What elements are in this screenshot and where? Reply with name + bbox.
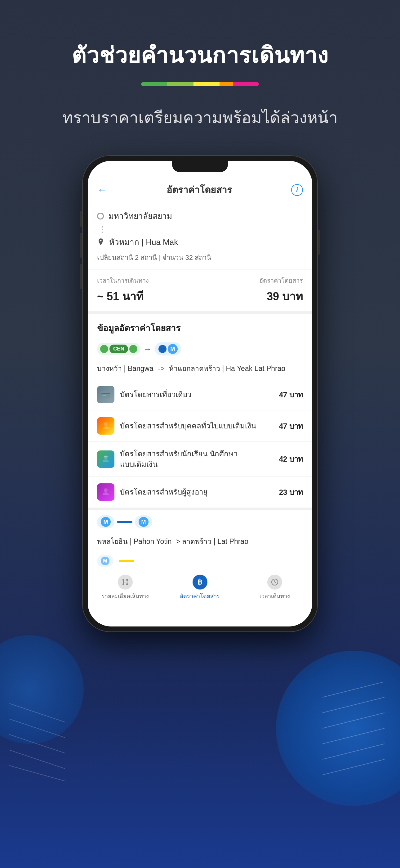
svg-point-23 [123,583,124,585]
bottom-nav: รายละเอียดเส้นทาง ฿ อัตราค่าโดยสาร [88,570,312,607]
travel-time-icon [267,575,282,590]
page-sub-title: ทราบราคาเตรียมความพร้อมได้ล่วงหน้า [62,104,338,130]
route-dots [100,226,103,233]
segment1-from: บางหว้า | Bangwa [97,365,154,373]
svg-line-4 [323,744,385,760]
segment2-pills: M M [97,515,303,528]
destination-text: หัวหมาก | Hua Mak [109,236,178,248]
bg-lines-decor [323,682,385,775]
color-bar-orange [220,82,233,86]
fare-icon: ฿ [193,575,207,590]
ticket-price-elder: 23 บาท [279,486,303,498]
segment2-area: M M [88,510,312,533]
phone-button-left-1 [80,211,82,227]
fare-label: อัตราค่าโดยสาร [259,276,303,286]
svg-point-18 [123,579,124,581]
svg-line-27 [275,582,276,583]
segment1-route-arrow: -> [158,365,166,373]
svg-rect-12 [101,393,110,394]
phone-button-left-3 [80,264,82,289]
phone-screen-container: ← อัตราค่าโดยสาร i มหาวิทยาลัยสยาม [88,161,312,626]
svg-point-17 [104,488,108,492]
ticket-list: บัตรโดยสารเที่ยวเดียว 47 บาท บ [88,379,312,508]
mrt-m-badge: M [168,344,178,354]
ticket-name-single: บัตรโดยสารเที่ยวเดียว [120,389,273,400]
svg-line-3 [323,728,385,744]
nav-item-route-detail[interactable]: รายละเอียดเส้นทาง [88,575,163,600]
bts-circle-right [129,345,137,353]
fare-block: อัตราค่าโดยสาร 39 บาท [259,276,303,305]
mrt-m-badge-2: M [139,517,148,527]
back-button[interactable]: ← [97,184,107,195]
ticket-name-student: บัตรโดยสารสำหรับนักเรียน นักศึกษา แบบเติ… [120,448,273,469]
destination-pin-icon [97,238,104,247]
color-bar-pink [233,82,259,86]
segment1-arrow: → [143,344,152,354]
segment2-from: พหลโยธิน | Pahon Yotin [97,537,172,546]
route-detail-svg-icon [121,578,129,586]
ticket-icon-student [97,451,114,468]
mrt-pill-1: M [97,515,114,528]
ticket-item-elder: บัตรโดยสารสำหรับผู้สูงอายุ 23 บาท [88,476,312,508]
svg-point-15 [104,456,108,459]
origin-text: มหาวิทยาลัยสยาม [108,210,172,222]
content-wrapper: ตัวช่วยคำนวนการเดินทาง ทราบราคาเตรียมควา… [0,0,400,632]
svg-rect-11 [101,392,110,398]
svg-line-10 [9,766,65,781]
partial-pill: M [97,555,113,567]
single-ticket-icon [100,389,111,400]
bts-toggle-pill: CEN [97,343,140,355]
phone-button-right [318,230,320,254]
route-section: มหาวิทยาลัยสยาม หัวหมาก | Hua Mak [88,203,312,270]
segment2-route-label: พหลโยธิน | Pahon Yotin -> ลาดพร้าว | Lat… [88,533,312,552]
svg-line-8 [9,735,65,753]
segment2-connector [117,521,132,523]
svg-line-2 [323,713,385,728]
origin-row: มหาวิทยาลัยสยาม [97,210,303,222]
fare-section-title: ข้อมูลอัตราค่าโดยสาร [88,314,312,340]
info-button[interactable]: i [291,184,303,196]
color-bar [141,82,259,86]
svg-line-0 [323,682,385,697]
color-bar-yellow [194,82,220,86]
bg-lines-decor-left [9,704,65,781]
svg-point-19 [126,579,128,581]
nav-item-fare[interactable]: ฿ อัตราค่าโดยสาร [163,575,237,600]
phone-notch [172,161,228,172]
svg-rect-13 [103,395,106,396]
ticket-item-adult: บัตรโดยสารสำหรับบุคคลทั่วไปแบบเติมเงิน 4… [88,410,312,442]
partial-yellow-bar [119,560,134,562]
cen-label: CEN [109,345,128,353]
segment2-arrow: -> [174,537,182,546]
svg-line-7 [9,719,65,738]
phone-outer: ← อัตราค่าโดยสาร i มหาวิทยาลัยสยาม [82,155,318,632]
ticket-price-single: 47 บาท [279,389,303,401]
segment1-to: ห้าแยกลาดพร้าว | Ha Yeak Lat Phrao [169,365,286,373]
destination-row: หัวหมาก | Hua Mak [97,236,303,248]
nav-item-travel-time[interactable]: เวลาเดินทาง [237,575,312,600]
adult-ticket-icon [100,420,111,432]
ticket-price-adult: 47 บาท [279,420,303,432]
segment1-route-label: บางหว้า | Bangwa -> ห้าแยกลาดพร้าว | Ha … [88,361,312,379]
time-label: เวลาในการเดินทาง [97,276,149,286]
info-icon: i [296,186,298,193]
phone-screen: ← อัตราค่าโดยสาร i มหาวิทยาลัยสยาม [88,161,312,626]
nav-label-travel-time: เวลาเดินทาง [260,591,290,600]
svg-line-9 [9,750,65,769]
student-ticket-icon [100,454,111,465]
phone-button-left-2 [80,233,82,258]
color-bar-green [141,82,167,86]
ticket-item-single: บัตรโดยสารเที่ยวเดียว 47 บาท [88,379,312,410]
mrt-m-badge-1: M [101,517,111,527]
ticket-name-adult: บัตรโดยสารสำหรับบุคคลทั่วไปแบบเติมเงิน [120,421,273,431]
stats-row: เวลาในการเดินทาง ~ 51 นาที อัตราค่าโดยสา… [88,270,312,314]
svg-point-24 [126,583,128,585]
route-detail-icon [118,575,133,590]
phone-mockup: ← อัตราค่าโดยสาร i มหาวิทยาลัยสยาม [82,155,318,632]
segment2-to: ลาดพร้าว | Lat Phrao [182,537,248,546]
origin-dot [97,213,104,219]
time-value: ~ 51 นาที [97,287,149,305]
app-title: อัตราค่าโดยสาร [107,183,291,197]
travel-time-block: เวลาในการเดินทาง ~ 51 นาที [97,276,149,305]
clock-icon [271,578,279,586]
